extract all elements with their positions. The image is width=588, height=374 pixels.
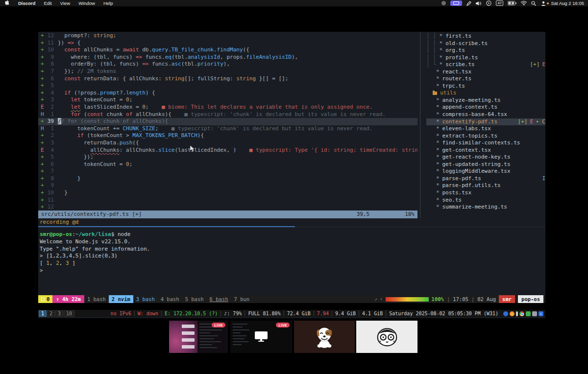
file-icon: * bbox=[436, 125, 440, 133]
mouse-cursor-icon bbox=[190, 145, 195, 152]
code-line: +9 where: (tbl, funcs) => funcs.eq(tbl.a… bbox=[38, 54, 417, 61]
code-line: +11 bbox=[38, 197, 417, 204]
tree-item-first.ts[interactable]: │ │ *first.ts bbox=[426, 33, 545, 40]
tree-item-trpc.ts[interactable]: *trpc.ts bbox=[426, 83, 545, 90]
code-line: +7 bbox=[38, 168, 417, 175]
lock-tray-icon[interactable] bbox=[526, 311, 531, 316]
tree-item-react.tsx[interactable]: *react.tsx bbox=[426, 69, 545, 76]
code-line: +10 const allChunks = await db.query.TB_… bbox=[38, 47, 417, 54]
code-line: +6 tokenCount = 0; bbox=[38, 161, 417, 168]
tree-item-summarize-meeting.ts[interactable]: *summarize-meeting.ts bbox=[426, 204, 545, 211]
workspace-1[interactable]: 1 bbox=[39, 310, 47, 317]
tmux-host-badge: pop-os bbox=[518, 295, 543, 303]
tree-item-parse-pdf.ts[interactable]: *parse-pdf.tsI bbox=[426, 175, 545, 183]
avatar-tile-dog[interactable] bbox=[294, 321, 355, 353]
nvim-editor-pane[interactable]: +12 prompt?: string;+11}) => {+10 const … bbox=[38, 32, 417, 218]
file-icon: * bbox=[440, 33, 443, 40]
code-line: +10 } bbox=[38, 189, 417, 197]
tree-item-seo.ts[interactable]: *seo.ts bbox=[426, 197, 545, 204]
tmux-window-7-bun[interactable]: 7 bun bbox=[231, 295, 253, 303]
avatar-tile-face[interactable] bbox=[356, 321, 417, 353]
tree-item-append-context.ts[interactable]: *append-context.ts bbox=[426, 104, 545, 111]
tree-item-get-updated-string.ts[interactable]: *get-updated-string.ts bbox=[426, 161, 545, 168]
terminal-line: [ 1, 2, 3 ] bbox=[40, 260, 545, 267]
menu-view[interactable]: View bbox=[60, 0, 70, 6]
tree-item-analyze-meeting.ts[interactable]: *analyze-meeting.ts bbox=[426, 97, 545, 104]
code-line: +12 bbox=[38, 204, 417, 211]
file-icon: * bbox=[436, 133, 440, 140]
tmux-window-6-bash[interactable]: 6 bash bbox=[207, 295, 231, 303]
code-line: +12 prompt?: string; bbox=[38, 32, 417, 40]
vim-cmdline: recording @d bbox=[38, 218, 545, 226]
account-icon[interactable] bbox=[540, 1, 546, 6]
play-icon[interactable] bbox=[486, 0, 491, 6]
screen-share-icon[interactable] bbox=[450, 0, 462, 6]
tree-badge: I bbox=[542, 175, 545, 183]
display-tray-icon[interactable] bbox=[532, 311, 537, 316]
download-tray-icon[interactable]: ↓ bbox=[539, 311, 543, 316]
chrome-tray-icon[interactable] bbox=[519, 311, 524, 316]
at-badge[interactable]: AT bbox=[496, 0, 503, 6]
node-repl-pane[interactable]: smr@pop-os:~/work/lisa$ nodeWelcome to N… bbox=[38, 229, 545, 295]
bar-tray-icon[interactable] bbox=[516, 311, 518, 316]
workspace-2[interactable]: 2 bbox=[47, 310, 55, 317]
tree-item-profile.ts[interactable]: │ │ *profile.ts bbox=[426, 54, 545, 62]
volume-icon[interactable] bbox=[476, 1, 482, 6]
status-dot-icon[interactable] bbox=[441, 1, 446, 5]
tree-item-scribe.ts[interactable]: │ └ *scribe.ts[+]E bbox=[426, 61, 545, 69]
tree-item-posts.tsx[interactable]: *posts.tsx bbox=[426, 189, 545, 197]
flame-tray-icon[interactable] bbox=[510, 311, 514, 316]
tmux-window-3-bash[interactable]: 3 bash bbox=[133, 295, 158, 303]
pen-icon[interactable] bbox=[466, 1, 471, 6]
live-badge: LIVE bbox=[276, 323, 290, 327]
screen-share-monitor-icon bbox=[255, 331, 268, 342]
stream-tile-screen[interactable]: LIVE bbox=[230, 321, 292, 353]
tmux-window-4-bash[interactable]: 4 bash bbox=[158, 295, 182, 303]
terminal-line: > [1,2,3,4,5].slice(0,3) bbox=[40, 253, 545, 260]
tree-item-router.ts[interactable]: *router.ts bbox=[426, 75, 545, 83]
code-line: +39// for (const chunk of allChunks){ bbox=[38, 118, 417, 125]
tree-item-loggingMiddleware.tsx[interactable]: *loggingMiddleware.tsx bbox=[426, 168, 545, 175]
code-line: E4 allChunks: allChunks.slice(lastSliced… bbox=[38, 147, 417, 154]
terminal-line: Welcome to Node.js v22.15.0. bbox=[40, 238, 545, 246]
tree-item-contextify-pdf.ts[interactable]: *contextify-pdf.ts[+]E∙ C bbox=[426, 118, 545, 126]
pane-separator bbox=[420, 32, 420, 218]
file-tree-pane[interactable]: │ │ *first.ts│ │ *old-scribe.ts│ │ *org.… bbox=[421, 32, 545, 218]
tree-item-utils[interactable]: utils bbox=[426, 90, 545, 97]
tmux-window-2-nvim[interactable]: 2 nvim bbox=[109, 295, 133, 303]
tree-item-get-context.tsx[interactable]: *get-context.tsx bbox=[426, 147, 545, 154]
file-icon: * bbox=[436, 140, 440, 147]
tree-item-get-react-node-key.ts[interactable]: *get-react-node-key.ts bbox=[426, 154, 545, 161]
tree-item-compress-base-64.tsx[interactable]: *compress-base-64.tsx bbox=[426, 111, 545, 118]
tree-item-parse-pdf.utils.ts[interactable]: *parse-pdf.utils.ts bbox=[426, 182, 545, 189]
stream-tile-browser[interactable]: LIVE bbox=[169, 321, 228, 353]
tree-item-extract-topics.ts[interactable]: *extract-topics.ts bbox=[426, 133, 545, 140]
menubar-clock[interactable]: Sat Aug 2 16:05 bbox=[551, 0, 584, 6]
tmux-window-5-bash[interactable]: 5 bash bbox=[182, 295, 207, 303]
search-icon[interactable] bbox=[531, 1, 536, 6]
code-line: +9 bbox=[38, 182, 417, 189]
tmux-session-badge[interactable]: 0 bbox=[38, 295, 52, 303]
i3-segment: 9.4 GiB bbox=[332, 311, 359, 316]
menu-edit[interactable]: Edit bbox=[44, 0, 51, 6]
apple-logo-icon[interactable] bbox=[5, 0, 10, 6]
wifi-icon[interactable] bbox=[521, 1, 527, 5]
i3-segment: W: down bbox=[134, 311, 161, 316]
menu-help[interactable]: Help bbox=[103, 0, 113, 6]
i3-segment: E: 172.20.10.5 (?) bbox=[161, 311, 220, 316]
tree-item-old-scribe.ts[interactable]: │ │ *old-scribe.ts bbox=[426, 40, 545, 47]
folder-icon bbox=[433, 92, 437, 95]
workspace-3[interactable]: 3 bbox=[55, 310, 63, 317]
workspace-10[interactable]: 10 bbox=[64, 310, 74, 317]
menu-discord[interactable]: Discord bbox=[18, 0, 35, 6]
tmux-pane-border-active[interactable] bbox=[38, 226, 295, 227]
bluetooth-tray-icon[interactable] bbox=[503, 311, 508, 316]
tree-item-find-similar-contexts.ts[interactable]: *find-similar-contexts.ts bbox=[426, 140, 545, 147]
menu-window[interactable]: Window bbox=[78, 0, 95, 6]
battery-icon[interactable] bbox=[508, 1, 516, 5]
tmux-window-1-bash[interactable]: 1 bash bbox=[84, 295, 109, 303]
tree-item-org.ts[interactable]: │ │ *org.ts bbox=[426, 47, 545, 54]
tree-item-eleven-labs.tsx[interactable]: *eleven-labs.tsx bbox=[426, 125, 545, 133]
code-line: +6 const returnData: { allChunks: string… bbox=[38, 75, 417, 83]
statusline-cursor-pos: 39,5 bbox=[357, 210, 370, 218]
